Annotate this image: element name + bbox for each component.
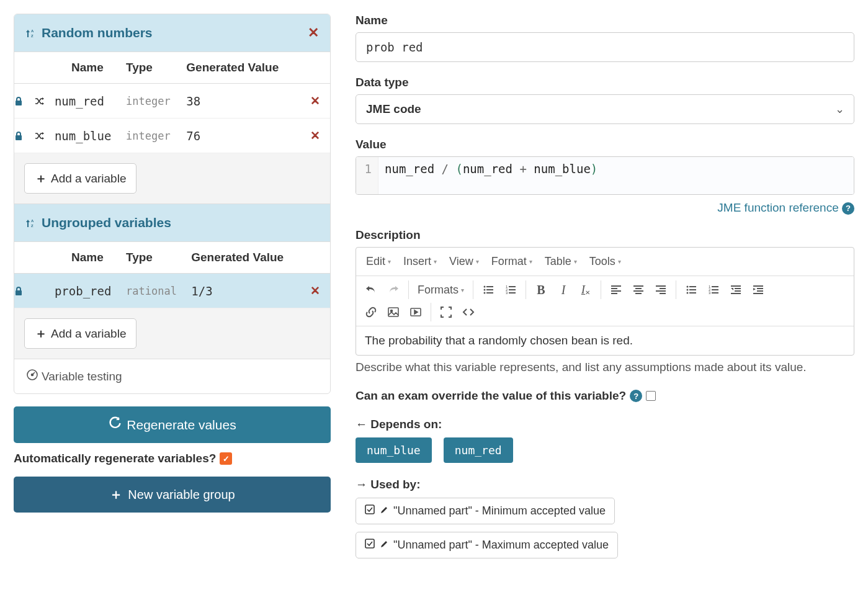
- group-header-random-numbers[interactable]: AZ Random numbers ✕: [14, 14, 330, 52]
- svg-rect-57: [365, 539, 374, 548]
- datatype-select[interactable]: JME code: [356, 94, 854, 124]
- group-header-ungrouped[interactable]: AZ Ungrouped variables: [14, 204, 330, 242]
- dependency-chip[interactable]: num_blue: [356, 437, 432, 463]
- align-center-icon[interactable]: [627, 279, 650, 301]
- menu-view[interactable]: View ▾: [444, 251, 484, 272]
- value-label: Value: [356, 138, 854, 151]
- auto-regen-row: Automatically regenerate variables? ✓: [14, 452, 331, 465]
- svg-rect-2: [16, 101, 22, 105]
- menu-format[interactable]: Format ▾: [486, 251, 537, 272]
- name-input[interactable]: [356, 32, 854, 62]
- add-variable-button[interactable]: ＋ Add a variable: [24, 163, 136, 194]
- outdent-icon[interactable]: [725, 279, 747, 301]
- lock-icon: [14, 284, 23, 298]
- svg-point-37: [687, 292, 689, 294]
- used-by-label: "Unnamed part" - Minimum accepted value: [393, 504, 606, 518]
- svg-rect-46: [735, 288, 741, 289]
- plus-icon: ＋: [109, 485, 123, 504]
- menu-insert[interactable]: Insert ▾: [398, 251, 442, 272]
- add-variable-button[interactable]: ＋ Add a variable: [24, 318, 136, 349]
- pencil-icon: [380, 504, 388, 518]
- variable-row[interactable]: num_red integer 38 ✕: [14, 84, 330, 119]
- svg-text:Z: Z: [31, 224, 34, 228]
- svg-rect-12: [486, 289, 493, 290]
- numbered-list-icon[interactable]: 123: [499, 279, 522, 301]
- refresh-icon: [108, 416, 122, 433]
- new-group-button[interactable]: ＋ New variable group: [14, 477, 331, 513]
- clear-format-icon[interactable]: I✕: [575, 279, 597, 301]
- source-code-icon[interactable]: [457, 301, 480, 323]
- svg-rect-29: [656, 285, 666, 287]
- regenerate-label: Regenerate values: [127, 418, 236, 432]
- dependency-chip[interactable]: num_red: [444, 437, 513, 463]
- shuffle-icon: [35, 129, 45, 143]
- help-icon[interactable]: ?: [630, 390, 642, 402]
- variable-type: rational: [126, 274, 191, 308]
- svg-rect-32: [660, 293, 666, 294]
- video-icon[interactable]: [405, 301, 427, 323]
- auto-regen-label: Automatically regenerate variables?: [14, 452, 216, 465]
- description-editor: Edit ▾ Insert ▾ View ▾ Format ▾ Table ▾ …: [356, 247, 854, 356]
- add-variable-label: Add a variable: [51, 172, 126, 186]
- italic-icon[interactable]: I: [552, 279, 575, 301]
- delete-group-icon[interactable]: ✕: [308, 25, 319, 41]
- svg-text:3: 3: [506, 291, 508, 295]
- redo-icon[interactable]: [382, 279, 405, 301]
- variable-type: integer: [126, 84, 186, 119]
- numbered-list-icon[interactable]: 123: [702, 279, 725, 301]
- override-row: Can an exam override the value of this v…: [356, 389, 854, 403]
- description-textarea[interactable]: The probability that a randomly chosen b…: [356, 326, 854, 355]
- help-icon: ?: [842, 202, 854, 215]
- svg-rect-40: [712, 286, 718, 287]
- group-title: Random numbers: [42, 25, 153, 40]
- col-name: Name: [14, 242, 126, 274]
- svg-rect-31: [656, 290, 666, 292]
- used-by-item[interactable]: "Unnamed part" - Maximum accepted value: [356, 532, 618, 558]
- override-label: Can an exam override the value of this v…: [356, 389, 626, 403]
- menu-table[interactable]: Table ▾: [540, 251, 582, 272]
- bullet-list-icon[interactable]: [680, 279, 702, 301]
- svg-rect-25: [633, 285, 643, 287]
- svg-rect-30: [660, 288, 666, 289]
- override-checkbox[interactable]: [646, 391, 656, 401]
- variable-row[interactable]: prob_red rational 1/3 ✕: [14, 274, 330, 308]
- code-body[interactable]: num_red / (num_red + num_blue): [378, 157, 854, 194]
- fullscreen-icon[interactable]: [435, 301, 457, 323]
- auto-regen-checkbox[interactable]: ✓: [220, 452, 232, 465]
- link-icon[interactable]: [360, 301, 382, 323]
- used-by-item[interactable]: "Unnamed part" - Minimum accepted value: [356, 498, 615, 524]
- image-icon[interactable]: [382, 301, 405, 323]
- delete-variable-icon[interactable]: ✕: [305, 274, 330, 308]
- variable-row[interactable]: num_blue integer 76 ✕: [14, 119, 330, 153]
- col-name: Name: [14, 52, 126, 84]
- svg-point-33: [687, 286, 689, 288]
- align-right-icon[interactable]: [650, 279, 672, 301]
- svg-rect-44: [712, 292, 718, 294]
- indent-icon[interactable]: [747, 279, 769, 301]
- formats-dropdown[interactable]: Formats ▾: [413, 280, 469, 300]
- group-title: Ungrouped variables: [42, 215, 171, 230]
- bold-icon[interactable]: B: [530, 279, 552, 301]
- menu-edit[interactable]: Edit ▾: [361, 251, 396, 272]
- svg-point-35: [687, 289, 689, 291]
- pencil-icon: [380, 539, 388, 552]
- align-left-icon[interactable]: [605, 279, 627, 301]
- svg-rect-47: [735, 290, 741, 292]
- depends-on-heading: ← Depends on:: [356, 418, 854, 431]
- menu-tools[interactable]: Tools ▾: [584, 251, 626, 272]
- lock-icon: [14, 94, 23, 108]
- bullet-list-icon[interactable]: [477, 279, 499, 301]
- variable-value: 76: [186, 119, 305, 153]
- variable-name: num_blue: [55, 129, 112, 143]
- variable-value: 1/3: [191, 274, 305, 308]
- delete-variable-icon[interactable]: ✕: [305, 84, 330, 119]
- chevron-down-icon: ▾: [476, 258, 479, 265]
- used-by-label: "Unnamed part" - Maximum accepted value: [393, 539, 609, 552]
- used-by-heading: → Used by:: [356, 478, 854, 491]
- regenerate-button[interactable]: Regenerate values: [14, 406, 331, 443]
- jme-reference-link[interactable]: JME function reference ?: [717, 201, 854, 214]
- undo-icon[interactable]: [360, 279, 382, 301]
- value-code-editor[interactable]: 1 num_red / (num_red + num_blue): [356, 156, 854, 195]
- variable-testing-link[interactable]: Variable testing: [14, 359, 330, 393]
- delete-variable-icon[interactable]: ✕: [305, 119, 330, 153]
